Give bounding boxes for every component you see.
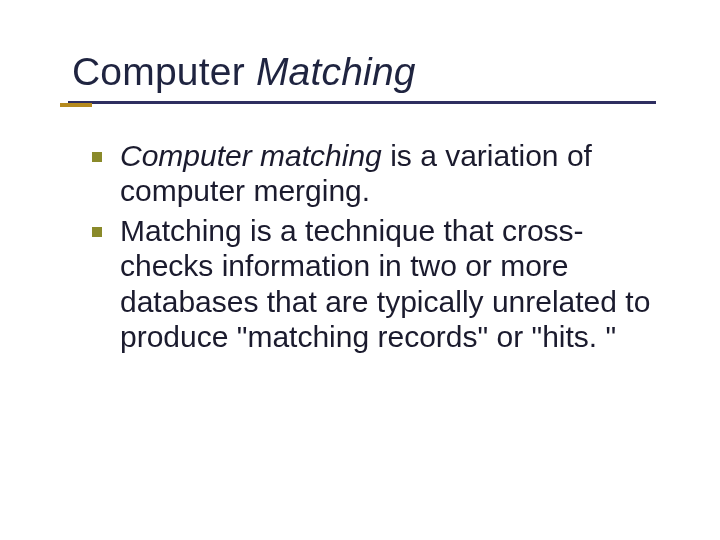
bullet-2-text: Matching is a technique that cross-check… xyxy=(120,214,650,353)
title-underline xyxy=(68,101,656,104)
title-area: Computer Matching xyxy=(72,52,680,104)
bullet-item-2: Matching is a technique that cross-check… xyxy=(120,213,662,355)
slide-title: Computer Matching xyxy=(72,52,680,93)
bullet-square-icon xyxy=(92,152,102,162)
title-word-1: Computer xyxy=(72,50,256,93)
bullet-item-1: Computer matching is a variation of comp… xyxy=(120,138,662,209)
slide: Computer Matching Computer matching is a… xyxy=(0,0,720,540)
bullet-square-icon xyxy=(92,227,102,237)
bullet-1-emphasis: Computer matching xyxy=(120,139,382,172)
body-area: Computer matching is a variation of comp… xyxy=(72,138,680,354)
title-word-2: Matching xyxy=(256,50,416,93)
title-accent-bar xyxy=(60,103,92,107)
